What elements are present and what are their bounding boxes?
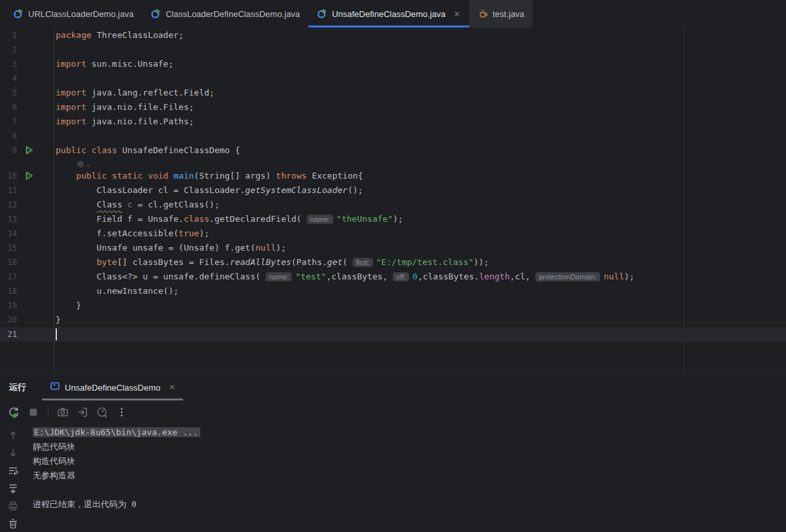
code-text: Unsafe unsafe = (Unsafe) f.get(null); — [56, 241, 286, 255]
console-line: 构造代码块 — [33, 454, 786, 469]
command-line-expandable[interactable]: E:\JDK\jdk-8u65\bin\java.exe ... — [33, 427, 200, 437]
rerun-button[interactable] — [5, 404, 22, 421]
code-line[interactable]: 9public class UnsafeDefineClassDemo { — [0, 143, 786, 158]
code-line[interactable]: 19 } — [0, 298, 786, 313]
line-number: 15 — [0, 241, 17, 255]
code-line[interactable]: 1package ThreeClassLoader; — [0, 28, 786, 43]
toolbar-separator — [48, 406, 48, 419]
editor-rows: 1package ThreeClassLoader;23import sun.m… — [0, 28, 786, 342]
line-number: 5 — [0, 86, 17, 100]
text-caret — [56, 328, 57, 340]
parameter-hint: off: — [393, 272, 409, 281]
run-toolbar — [0, 400, 786, 424]
code-text: package ThreeClassLoader; — [56, 28, 184, 43]
profiler-gauge-button[interactable] — [94, 404, 111, 421]
code-vision-hint[interactable]: ⌄ — [77, 158, 90, 169]
class-runnable-icon — [13, 9, 24, 19]
line-number: 18 — [0, 284, 17, 298]
code-line[interactable]: 8 — [0, 129, 786, 143]
stop-button[interactable] — [25, 404, 42, 421]
tab-ClassLoaderDefineClassDemo.java[interactable]: ClassLoaderDefineClassDemo.java — [142, 0, 308, 27]
close-icon[interactable]: ✕ — [454, 10, 461, 18]
line-number: 4 — [0, 71, 17, 86]
app-window-icon — [50, 381, 60, 394]
next-occurrence-button[interactable] — [6, 446, 20, 459]
code-line[interactable]: 2 — [0, 43, 786, 57]
code-line[interactable]: 6import java.nio.file.Files; — [0, 100, 786, 115]
code-line[interactable]: 15 Unsafe unsafe = (Unsafe) f.get(null); — [0, 241, 786, 255]
line-number: 19 — [0, 298, 17, 313]
class-runnable-icon — [151, 9, 161, 19]
code-line[interactable]: 21 — [0, 327, 786, 342]
code-line[interactable]: 14 f.setAccessible(true); — [0, 226, 786, 241]
tab-UnsafeDefineClassDemo.java[interactable]: UnsafeDefineClassDemo.java✕ — [308, 0, 469, 27]
tab-label: URLClassLoaderDemo.java — [28, 9, 134, 19]
tab-test.java[interactable]: test.java — [469, 0, 533, 27]
tabbar-left-pad — [0, 0, 5, 27]
code-line[interactable]: 3import sun.misc.Unsafe; — [0, 57, 786, 71]
code-text: u.newInstance(); — [56, 284, 179, 298]
line-number: 20 — [0, 313, 17, 327]
console-line: 静态代码块 — [33, 440, 786, 454]
editor-tab-bar: URLClassLoaderDemo.javaClassLoaderDefine… — [0, 0, 786, 27]
run-gutter-icon[interactable] — [24, 171, 35, 181]
code-text: f.setAccessible(true); — [56, 226, 209, 241]
code-text: Field f = Unsafe.class.getDeclaredField(… — [56, 212, 403, 226]
code-text: import java.lang.reflect.Field; — [56, 86, 215, 100]
line-number: 7 — [0, 115, 17, 129]
run-tab-label: UnsafeDefineClassDemo — [65, 383, 160, 393]
line-number: 16 — [0, 255, 17, 270]
code-text: public static void main(String[] args) t… — [56, 169, 363, 183]
code-text: } — [56, 313, 61, 327]
code-vision-inlay-row[interactable]: ⌄ — [0, 158, 786, 169]
console-line — [33, 483, 786, 497]
print-button[interactable] — [6, 499, 20, 512]
code-text: import sun.misc.Unsafe; — [56, 57, 173, 71]
scroll-to-end-button[interactable] — [6, 482, 20, 494]
run-toolwindow-header: 运行 UnsafeDefineClassDemo ✕ — [0, 373, 786, 401]
java-file-icon — [478, 9, 488, 19]
more-options-button[interactable] — [113, 404, 130, 421]
parameter-hint: protectionDomain: — [535, 272, 600, 281]
console-line: E:\JDK\jdk-8u65\bin\java.exe ... — [33, 425, 786, 440]
code-line[interactable]: 7import java.nio.file.Paths; — [0, 115, 786, 129]
line-number: 11 — [0, 183, 17, 198]
code-text: public class UnsafeDefineClassDemo { — [56, 143, 240, 158]
run-gutter-icon[interactable] — [24, 145, 35, 156]
line-number: 17 — [0, 270, 17, 284]
line-number: 13 — [0, 212, 17, 226]
code-line[interactable]: 20} — [0, 313, 786, 327]
console-line: 进程已结束，退出代码为 0 — [33, 497, 786, 512]
chevron-down-icon: ⌄ — [86, 158, 90, 169]
tab-URLClassLoaderDemo.java[interactable]: URLClassLoaderDemo.java — [5, 0, 142, 27]
console-output: E:\JDK\jdk-8u65\bin\java.exe ...静态代码块构造代… — [27, 424, 786, 532]
code-line[interactable]: 5import java.lang.reflect.Field; — [0, 86, 786, 100]
code-line[interactable]: 4 — [0, 71, 786, 86]
code-line[interactable]: 11 ClassLoader cl = ClassLoader.getSyste… — [0, 183, 786, 198]
close-icon[interactable]: ✕ — [169, 383, 175, 392]
line-number: 21 — [0, 327, 17, 342]
code-line[interactable]: 18 u.newInstance(); — [0, 284, 786, 298]
prev-occurrence-button[interactable] — [6, 429, 20, 441]
run-tab[interactable]: UnsafeDefineClassDemo ✕ — [46, 374, 179, 401]
code-text: import java.nio.file.Files; — [56, 100, 194, 115]
capture-snapshot-button[interactable] — [54, 404, 71, 421]
gear-icon — [77, 160, 84, 168]
code-line[interactable]: 10 public static void main(String[] args… — [0, 169, 786, 183]
parameter-hint: name: — [307, 215, 334, 224]
parameter-hint: first: — [353, 258, 373, 267]
code-line[interactable]: 12 Class c = cl.getClass(); — [0, 198, 786, 212]
code-line[interactable]: 13 Field f = Unsafe.class.getDeclaredFie… — [0, 212, 786, 226]
clear-console-button[interactable] — [6, 517, 20, 529]
line-number: 9 — [0, 143, 17, 158]
code-line[interactable]: 16 byte[] classBytes = Files.readAllByte… — [0, 255, 786, 270]
code-line[interactable]: 17 Class<?> u = unsafe.defineClass( name… — [0, 270, 786, 284]
console-line: 无参构造器 — [33, 469, 786, 483]
line-number: 3 — [0, 57, 17, 71]
tab-label: test.java — [493, 9, 524, 19]
code-editor[interactable]: 1package ThreeClassLoader;23import sun.m… — [0, 27, 786, 373]
class-runnable-icon — [317, 9, 327, 19]
line-number: 6 — [0, 100, 17, 115]
soft-wrap-button[interactable] — [6, 464, 20, 476]
attach-profiler-button[interactable] — [74, 404, 91, 421]
